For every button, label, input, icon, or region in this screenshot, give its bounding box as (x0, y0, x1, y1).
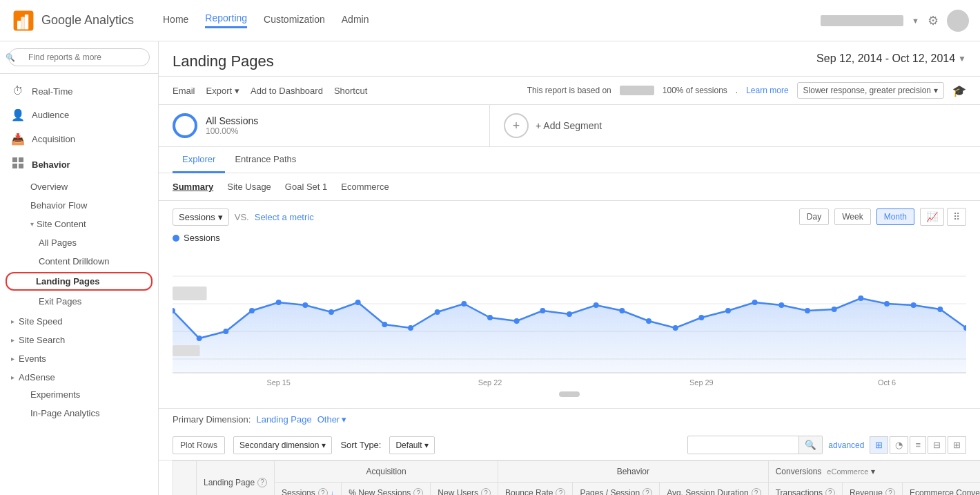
sub-tab-site-usage[interactable]: Site Usage (227, 179, 271, 195)
sidebar-item-site-speed[interactable]: ▸ Site Speed (0, 311, 158, 329)
sidebar-item-realtime[interactable]: ⏱ Real-Time (0, 79, 158, 103)
scatter-chart-button[interactable]: ⠿ (947, 208, 966, 226)
svg-point-14 (223, 329, 228, 334)
sidebar-item-site-speed-label: Site Speed (19, 316, 63, 327)
conversions-dropdown[interactable]: Conversions eCommerce ▾ (776, 467, 980, 476)
user-avatar[interactable] (947, 10, 969, 32)
precision-arrow: ▾ (934, 86, 938, 95)
secondary-dimension-dropdown[interactable]: Secondary dimension ▾ (233, 436, 332, 454)
sidebar-item-in-page-analytics[interactable]: In-Page Analytics (0, 404, 158, 423)
line-chart-button[interactable]: 📈 (920, 208, 944, 226)
select-metric-link[interactable]: Select a metric (255, 212, 314, 222)
sub-tab-summary[interactable]: Summary (173, 179, 213, 195)
sidebar-item-site-content[interactable]: ▾ Site Content (0, 215, 158, 233)
sub-tab-ecommerce[interactable]: Ecommerce (341, 179, 389, 195)
sidebar-item-behavior-flow[interactable]: Behavior Flow (0, 196, 158, 215)
landing-page-dimension-link[interactable]: Landing Page (256, 414, 311, 425)
avg-session-help-icon[interactable]: ? (752, 488, 761, 495)
export-label: Export (206, 86, 233, 96)
export-button[interactable]: Export ▾ (206, 83, 240, 99)
pivot-view-button[interactable]: ⊞ (948, 436, 966, 454)
nav-reporting[interactable]: Reporting (205, 12, 247, 28)
chart-scrollbar[interactable] (173, 391, 966, 397)
search-input[interactable] (8, 48, 150, 66)
new-users-help-icon[interactable]: ? (481, 488, 491, 495)
compare-view-button[interactable]: ⊟ (928, 436, 946, 454)
precision-dropdown[interactable]: Slower response, greater precision ▾ (797, 82, 944, 99)
sub-tab-goal-set-1[interactable]: Goal Set 1 (285, 179, 327, 195)
pct-new-help-icon[interactable]: ? (413, 488, 423, 495)
sidebar-item-all-pages[interactable]: All Pages (0, 233, 158, 252)
nav-customization[interactable]: Customization (264, 14, 325, 28)
learn-more-link[interactable]: Learn more (746, 86, 788, 95)
sidebar-item-behavior[interactable]: Behavior (0, 151, 158, 177)
shortcut-button[interactable]: Shortcut (334, 83, 367, 99)
pie-view-button[interactable]: ◔ (890, 436, 908, 454)
other-dimension-dropdown[interactable]: Other ▾ (317, 414, 347, 425)
new-users-col-header[interactable]: New Users ? (431, 483, 498, 496)
add-to-dashboard-button[interactable]: Add to Dashboard (251, 83, 323, 99)
landing-page-help-icon[interactable]: ? (257, 478, 267, 487)
grid-view-button[interactable]: ⊞ (870, 436, 888, 454)
sidebar-item-events[interactable]: ▸ Events (0, 348, 158, 367)
sidebar-item-landing-pages[interactable]: Landing Pages (6, 272, 153, 291)
bounce-rate-help-icon[interactable]: ? (556, 488, 565, 495)
svg-point-30 (646, 318, 651, 324)
svg-point-23 (461, 301, 467, 307)
pages-per-session-col-header[interactable]: Pages / Session ? (573, 483, 660, 496)
tab-explorer[interactable]: Explorer (173, 147, 225, 173)
transactions-col-header[interactable]: Transactions ? (768, 483, 842, 496)
plot-rows-button[interactable]: Plot Rows (173, 436, 225, 454)
acquisition-icon: 📥 (11, 133, 25, 146)
table-controls-right: 🔍 advanced ⊞ ◔ ≡ ⊟ ⊞ (687, 436, 966, 454)
sidebar-item-overview[interactable]: Overview (0, 177, 158, 196)
user-dropdown-arrow[interactable]: ▼ (912, 17, 919, 25)
toolbar-right: This report is based on 100% of sessions… (527, 82, 966, 99)
nav-home[interactable]: Home (163, 14, 188, 28)
sort-type-dropdown[interactable]: Default ▾ (389, 436, 435, 454)
sidebar-item-content-drilldown[interactable]: Content Drilldown (0, 252, 158, 271)
legend-dot (173, 235, 179, 242)
table-search-input[interactable] (688, 437, 798, 454)
date-range-picker[interactable]: Sep 12, 2014 - Oct 12, 2014 ▼ (816, 52, 966, 65)
nav-admin[interactable]: Admin (342, 14, 369, 28)
pages-per-session-help-icon[interactable]: ? (643, 488, 652, 495)
settings-gear-icon[interactable]: ⚙ (928, 13, 939, 28)
ecommerce-conversion-col-header[interactable]: Ecommerce Conversion Rate ? (902, 483, 980, 496)
metric-dropdown[interactable]: Sessions ▾ (173, 208, 229, 226)
email-button[interactable]: Email (173, 83, 195, 99)
revenue-col-header[interactable]: Revenue ? (842, 483, 902, 496)
month-period-button[interactable]: Month (876, 208, 914, 225)
sidebar-item-acquisition-label: Acquisition (32, 134, 75, 144)
legend-label: Sessions (184, 233, 220, 243)
svg-point-41 (937, 307, 943, 312)
svg-rect-2 (25, 14, 28, 30)
sidebar-item-audience[interactable]: 👤 Audience (0, 103, 158, 127)
sidebar-item-exit-pages[interactable]: Exit Pages (0, 292, 158, 311)
sidebar-item-acquisition[interactable]: 📥 Acquisition (0, 127, 158, 151)
table-search-button[interactable]: 🔍 (798, 436, 822, 454)
svg-point-24 (487, 315, 493, 320)
sessions-col-header[interactable]: Sessions ? ↓ (275, 483, 342, 496)
day-period-button[interactable]: Day (799, 208, 829, 225)
sessions-help-icon[interactable]: ? (318, 488, 328, 495)
list-view-button[interactable]: ≡ (910, 436, 926, 454)
sort-type-value: Default (395, 440, 422, 450)
sidebar-item-site-search[interactable]: ▸ Site Search (0, 329, 158, 348)
date-range-text: Sep 12, 2014 - Oct 12, 2014 (816, 52, 955, 65)
pct-new-sessions-col-header[interactable]: % New Sessions ? (342, 483, 431, 496)
week-period-button[interactable]: Week (834, 208, 870, 225)
tab-entrance-paths[interactable]: Entrance Paths (225, 147, 306, 173)
transactions-help-icon[interactable]: ? (825, 488, 835, 495)
add-segment-button[interactable]: + + Add Segment (490, 105, 980, 146)
segment-pct: 100.00% (206, 126, 258, 136)
metric-label: Sessions (179, 212, 215, 222)
landing-page-col-header[interactable]: Landing Page ? (197, 461, 275, 496)
revenue-help-icon[interactable]: ? (885, 488, 895, 495)
sidebar-item-experiments[interactable]: Experiments (0, 385, 158, 404)
advanced-link[interactable]: advanced (828, 440, 864, 450)
sidebar-item-adsense[interactable]: ▸ AdSense (0, 367, 158, 385)
segment-all-sessions: All Sessions 100.00% (159, 105, 490, 146)
avg-session-col-header[interactable]: Avg. Session Duration ? (660, 483, 769, 496)
bounce-rate-col-header[interactable]: Bounce Rate ? (498, 483, 573, 496)
